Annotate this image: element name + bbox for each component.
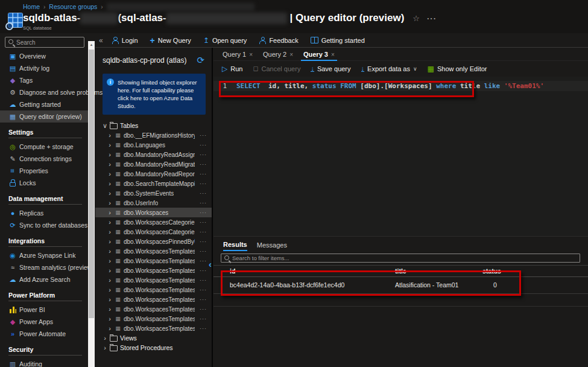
more-icon[interactable]: ··· [200, 258, 207, 264]
more-icon[interactable]: ··· [200, 325, 207, 331]
export-data-button[interactable]: ↓Export data as∨ [361, 65, 417, 72]
sidebar-item-stream-analytics[interactable]: ≈Stream analytics (preview) [0, 261, 88, 273]
sidebar-item-power-bi[interactable]: Power BI [0, 304, 88, 316]
close-icon[interactable]: × [249, 51, 253, 58]
sidebar-item-getting-started[interactable]: ☁Getting started [0, 98, 88, 110]
chevron-right-icon[interactable]: › [107, 238, 112, 244]
breadcrumb-home[interactable]: Home [23, 3, 40, 10]
open-query-button[interactable]: ↥Open query [203, 36, 247, 45]
chevron-right-icon[interactable]: › [107, 180, 112, 187]
table-tree-item[interactable]: ›▦dbo.WorkspacesTemplatesProperty··· [95, 285, 212, 295]
chevron-right-icon[interactable]: › [107, 132, 112, 138]
more-icon[interactable]: ··· [200, 287, 207, 293]
more-options-icon[interactable]: ··· [427, 14, 437, 23]
search-input[interactable] [15, 39, 81, 46]
breadcrumb-resource-groups[interactable]: Resource groups [49, 3, 97, 10]
collapse-explorer-icon[interactable]: ‹ [209, 259, 212, 269]
chevron-right-icon[interactable]: › [103, 345, 107, 351]
chevron-right-icon[interactable]: › [107, 325, 112, 331]
more-icon[interactable]: ··· [200, 200, 207, 206]
chevron-right-icon[interactable]: › [107, 209, 112, 215]
more-icon[interactable]: ··· [200, 161, 207, 167]
table-tree-item[interactable]: ›▦dbo.SystemEvents··· [95, 188, 212, 198]
tab-results[interactable]: Results [223, 241, 247, 251]
sidebar-item-auditing[interactable]: ▥Auditing [0, 358, 88, 367]
table-tree-item[interactable]: ›▦dbo.MandatoryReadMigratedUser··· [95, 159, 212, 169]
new-query-button[interactable]: +New Query [150, 36, 191, 45]
sidebar-item-sync[interactable]: ⟳Sync to other databases [0, 219, 88, 231]
sidebar-item-compute-storage[interactable]: ◎Compute + storage [0, 141, 88, 153]
tab-query-1[interactable]: Query 1× [220, 49, 255, 60]
more-icon[interactable]: ··· [200, 132, 207, 138]
chevron-right-icon[interactable]: › [107, 200, 112, 206]
filter-input[interactable] [231, 254, 577, 262]
sidebar-item-diagnose[interactable]: ⚙Diagnose and solve problems [0, 86, 88, 98]
tab-messages[interactable]: Messages [257, 241, 287, 251]
table-tree-item[interactable]: ›▦dbo.WorkspacesTemplatesMember··· [95, 275, 212, 285]
chevron-down-icon[interactable]: ∨ [103, 123, 107, 129]
sidebar-item-activity-log[interactable]: ▤Activity log [0, 62, 88, 74]
scroll-up-icon[interactable]: ▲ [88, 41, 95, 48]
more-icon[interactable]: ··· [200, 190, 207, 196]
chevron-right-icon[interactable]: › [107, 316, 112, 322]
collapse-menu-icon[interactable]: « [99, 36, 103, 45]
show-only-editor-button[interactable]: ▦Show only Editor [428, 65, 487, 73]
more-icon[interactable]: ··· [200, 171, 207, 177]
chevron-right-icon[interactable]: › [107, 277, 112, 283]
chevron-right-icon[interactable]: › [107, 267, 112, 273]
sql-editor[interactable]: 1 SELECT id, title, status FROM [dbo].[W… [213, 77, 588, 236]
more-icon[interactable]: ··· [200, 267, 207, 273]
sidebar-scrollbar[interactable]: ▲ [88, 41, 95, 367]
chevron-right-icon[interactable]: › [107, 229, 112, 235]
column-header-id[interactable]: id [230, 267, 235, 275]
chevron-right-icon[interactable]: › [107, 190, 112, 196]
chevron-right-icon[interactable]: › [103, 335, 107, 341]
column-header-title[interactable]: title [395, 267, 406, 275]
refresh-icon[interactable]: ⟳ [197, 56, 204, 65]
scrollbar-thumb[interactable] [89, 49, 94, 318]
chevron-right-icon[interactable]: › [107, 152, 112, 158]
favorite-star-icon[interactable]: ☆ [413, 14, 420, 23]
sidebar-item-properties[interactable]: ≡Properties [0, 165, 88, 177]
more-icon[interactable]: ··· [200, 152, 207, 158]
more-icon[interactable]: ··· [200, 277, 207, 283]
more-icon[interactable]: ··· [200, 296, 207, 302]
sidebar-item-overview[interactable]: ▣Overview [0, 50, 88, 62]
save-query-button[interactable]: ↓Save query [311, 65, 350, 72]
chevron-right-icon[interactable]: › [107, 161, 112, 167]
sidebar-item-replicas[interactable]: ●Replicas [0, 207, 88, 219]
chevron-right-icon[interactable]: › [107, 219, 112, 225]
feedback-button[interactable]: Feedback [259, 37, 298, 44]
more-icon[interactable]: ··· [200, 229, 207, 235]
table-tree-item[interactable]: ›▦dbo.WorkspacesTemplatesAuthoriz··· [95, 256, 212, 266]
more-icon[interactable]: ··· [200, 142, 207, 148]
table-tree-item[interactable]: ›▦dbo.WorkspacesTemplatesTranslati··· [95, 324, 212, 333]
tree-node-stored-procedures[interactable]: ›Stored Procedures [95, 343, 212, 353]
chevron-right-icon[interactable]: › [107, 171, 112, 177]
table-tree-item[interactable]: ›▦dbo.MandatoryReadAssignments··· [95, 150, 212, 159]
more-icon[interactable]: ··· [200, 238, 207, 244]
chevron-right-icon[interactable]: › [107, 306, 112, 312]
close-icon[interactable]: × [331, 51, 335, 58]
more-icon[interactable]: ··· [200, 248, 207, 254]
sql-editor-line[interactable]: 1 SELECT id, title, status FROM [dbo].[W… [213, 81, 588, 91]
chevron-right-icon[interactable]: › [107, 296, 112, 302]
sidebar-item-synapse-link[interactable]: ◉Azure Synapse Link [0, 249, 88, 261]
table-tree-item[interactable]: ›▦dbo.WorkspacesTemplatesProperty··· [95, 295, 212, 304]
sidebar-item-power-apps[interactable]: ◆Power Apps [0, 316, 88, 328]
table-tree-item[interactable]: ›▦dbo.WorkspacesTemplates··· [95, 246, 212, 256]
more-icon[interactable]: ··· [200, 209, 207, 215]
table-tree-item[interactable]: ›▦dbo.WorkspacesTemplatesTaxonon··· [95, 304, 212, 314]
chevron-right-icon[interactable]: › [107, 258, 112, 264]
more-icon[interactable]: ··· [200, 219, 207, 225]
table-tree-item[interactable]: ›▦dbo.WorkspacesTemplatesCompati··· [95, 266, 212, 275]
table-tree-item[interactable]: ›▦dbo.__EFMigrationsHistory··· [95, 130, 212, 140]
login-button[interactable]: Login [112, 37, 138, 44]
results-filter[interactable] [221, 254, 580, 263]
table-tree-item[interactable]: ›▦dbo.UserInfo··· [95, 198, 212, 208]
table-tree-item[interactable]: ›▦dbo.WorkspacesTemplatesTaxonon··· [95, 314, 212, 324]
run-button[interactable]: ▷Run [222, 65, 242, 73]
table-tree-item[interactable]: ›▦dbo.MandatoryReadReport··· [95, 169, 212, 179]
chevron-right-icon[interactable]: › [107, 248, 112, 254]
info-banner[interactable]: i Showing limited object explorer here. … [103, 74, 206, 115]
